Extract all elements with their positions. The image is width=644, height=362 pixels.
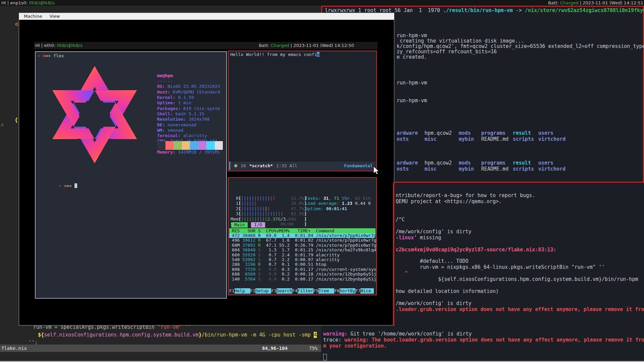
htop-meter: 3[|||||||||||||||| 62.5%] <box>231 211 307 217</box>
vim-scroll-percent: 75% <box>309 345 317 352</box>
vm-terminal-neofetch[interactable]: ~ >>> flex <box>35 51 227 299</box>
terminal-line: mybin <box>459 166 474 172</box>
process-row[interactable]: 496 30612 R 67.7 1.6 0:01.02 /nix/store/… <box>229 238 376 243</box>
vm-status-bar: HI | eth0: 0kB/s|0kB/s Batt: Charged | 2… <box>34 42 378 49</box>
palette-swatch <box>165 141 174 145</box>
vim-statusline: flake.nix 84,96-104 75% <box>0 345 321 352</box>
fkey-button[interactable]: F3Search <box>271 288 292 294</box>
neofetch-line: Uptime: 1 min <box>157 100 220 106</box>
fkey-button[interactable]: F2Setup <box>250 288 271 294</box>
qemu-window[interactable]: MachineView HI | eth0: 0kB/s|0kB/s Batt:… <box>19 13 394 325</box>
window-border-divider <box>393 183 394 326</box>
terminal-line: programs <box>481 160 505 166</box>
htop-window[interactable]: 0[||||||||||||| 51.7%] 1[|||||| 26.0%] 2… <box>228 177 377 295</box>
code-fragment: { <box>15 117 18 123</box>
terminal-color-palette <box>157 141 224 150</box>
palette-swatch <box>174 141 182 145</box>
palette-swatch <box>206 145 215 150</box>
terminal-line: ^ <box>396 270 408 276</box>
palette-swatch <box>190 141 198 145</box>
palette-swatch <box>157 145 165 150</box>
process-row[interactable]: 288 3196 R 0.7 0.1 0:00.51 htop <box>229 262 376 267</box>
emacs-modeline: 34 *scratch* 1:33 All Fundamental <box>229 162 376 170</box>
terminal-line: /me/work/config' is dirty <box>396 301 472 306</box>
terminal-line: misc <box>425 166 437 172</box>
emacs-window[interactable]: Hello World!! from my emacs config 34 *s… <box>228 51 377 171</box>
htop-meter: Mem[||||||||||2.37G/3.84G ] <box>231 217 307 222</box>
fkey-button[interactable]: F1Help <box>229 288 250 294</box>
terminal-line: users <box>538 130 553 136</box>
menu-item[interactable]: View <box>49 13 60 20</box>
palette-swatch <box>206 141 215 145</box>
terminal-line: README.md <box>481 166 508 172</box>
fkey-button[interactable]: F7Nice <box>355 288 371 294</box>
terminal-line: virtchord <box>538 136 565 142</box>
process-row[interactable]: 540 53992 S 0.7 2.2 0:00.97 alacritty <box>229 257 376 262</box>
terminal-line: scripts <box>513 136 534 142</box>
vim-filename: flake.nix <box>1 345 27 352</box>
terminal-line: mybin <box>459 136 474 142</box>
terminal-line: README.md <box>481 136 508 142</box>
terminal-line: QEMU project at <https://qemu.org>. <box>396 199 502 204</box>
fkey-button[interactable]: F6SortBy <box>334 288 355 294</box>
htop-meter: 1[|||||| 26.0%] <box>231 201 307 206</box>
terminal-line: misc <box>425 136 437 142</box>
htop-meter: 0[||||||||||||| 51.7%] <box>231 196 307 201</box>
palette-swatch <box>215 141 223 145</box>
terminal-line: run-hpm-vm <box>397 80 427 86</box>
terminal-line: /me/work/config' is dirty <box>396 229 472 235</box>
neofetch-line: OS: NixOS 23.05.20231023 <box>157 84 220 89</box>
neofetch-line: Memory: 1420MiB / 3931Mi <box>157 149 220 155</box>
mouse-cursor-icon <box>373 166 380 176</box>
vm-battery-clock: Batt: Charged | 2023-11-01 (Wed) 14:12:5… <box>259 42 378 49</box>
htop-tab[interactable]: Main <box>231 222 248 228</box>
palette-swatch <box>182 145 190 150</box>
htop-tab[interactable]: I/O <box>251 222 265 228</box>
terminal-line: m your configuration. <box>323 343 387 349</box>
modified-indicator-icon <box>234 164 237 167</box>
terminal-line: run-vm = nixpkgs.x86_64-linux.pkgs.write… <box>396 264 605 270</box>
htop-function-keys: F1Help F2Setup F3SearchF4FilterF5Tree F6… <box>229 288 376 294</box>
neofetch-line: ------ <box>157 78 220 84</box>
process-row[interactable]: 688 6560 S 0.0 0.2 0:00.18 /nix/store/12… <box>229 272 376 277</box>
neofetch-line: Terminal: alacritty <box>157 133 220 138</box>
neofetch-line: Shell: bash 5.2.15 <box>157 111 220 117</box>
terminal-line: ${self.nixosConfigurations.hpm.config.sy… <box>396 277 638 282</box>
terminal-line: result <box>513 130 531 136</box>
terminal-line: result <box>513 160 531 166</box>
modeline-scroll: All <box>289 163 297 168</box>
process-row[interactable]: 808 7720 S 0.0 0.3 0:01.17 /run/current-… <box>229 267 376 272</box>
neofetch-line: Packages: 619 (nix-syste <box>157 106 220 111</box>
terminal-line: trace: warning: The boot.loader.grub.ver… <box>323 337 644 343</box>
palette-swatch <box>174 145 182 150</box>
htop-table-header[interactable]: RES SHR S CPU%▽MEM% TIME+ Command <box>229 228 376 233</box>
neofetch-info: me@hpm------OS: NixOS 23.05.20231023Host… <box>157 57 220 155</box>
process-row[interactable]: 472 30468 R 69.0 1.4 0:01.04 /nix/store/… <box>229 233 376 238</box>
emacs-buffer-text: Hello World!! from my emacs config <box>230 52 319 57</box>
fkey-button[interactable]: F4Filter <box>292 288 313 294</box>
terminal-line: ntribute/report-a-bug> for how to report… <box>396 193 535 198</box>
terminal-line: -linux' missing <box>396 235 441 241</box>
modeline-size: 34 <box>241 163 246 168</box>
terminal-line: c2bcsm4xmj0vd0capi9q2yc0yzl87-source/fla… <box>396 247 556 253</box>
process-row[interactable]: 660 55920 S 0.7 2.4 0:01.79 alacritty <box>229 253 376 257</box>
terminal-line: osts <box>397 136 409 142</box>
neofetch-line: Resolution: 1024x768 <box>157 117 220 122</box>
modeline-accent-bar <box>229 162 230 170</box>
shell-prompt: ~ >>> <box>38 178 77 194</box>
neofetch-line: WM: xmonad <box>157 128 220 133</box>
modeline-buffer-name: *scratch* <box>249 163 273 168</box>
process-row[interactable]: 68M 37892 R 47.1 55.2 0:26.79 /nix/store… <box>229 243 376 248</box>
fkey-button[interactable]: F5Tree <box>313 288 335 294</box>
terminal-line: mods <box>459 160 471 166</box>
neofetch-line: me@hpm <box>157 73 220 78</box>
menu-item[interactable]: Machine <box>24 13 42 20</box>
terminal-line: scripts <box>513 166 534 172</box>
terminal-line: run-hpm-vm <box>397 98 427 104</box>
terminal-cursor <box>323 354 327 360</box>
htop-summary-line: Load average: 1.23 0.44 0 <box>305 201 371 206</box>
palette-swatch <box>198 145 207 150</box>
process-row[interactable]: 804 36848 S 1.3 1.7 0:01.15 /nix/store/h… <box>229 248 376 252</box>
htop-process-list: 472 30468 R 69.0 1.4 0:01.04 /nix/store/… <box>229 233 376 282</box>
process-row[interactable]: 140 5764 S 0.0 0.2 0:00.17 /nix/store/12… <box>229 277 376 282</box>
